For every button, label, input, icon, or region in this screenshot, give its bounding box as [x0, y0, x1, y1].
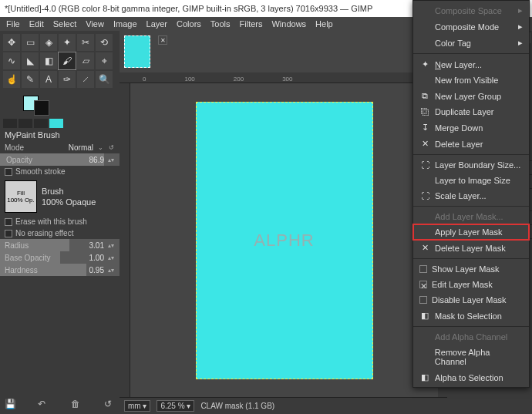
unit-select[interactable]: mm ▾ — [124, 400, 150, 412]
image-tab-close[interactable]: ✕ — [158, 35, 167, 45]
opacity-slider[interactable]: Opacity 86.9 ▴▾ — [0, 153, 120, 166]
smooth-stroke-check[interactable]: Smooth stroke — [0, 166, 120, 177]
menu-item-icon: ↧ — [419, 123, 430, 133]
tab-current[interactable] — [49, 119, 63, 128]
tool-color-pick[interactable]: ✑ — [59, 71, 76, 88]
menu-item-new-from-visible[interactable]: New from Visible — [413, 72, 529, 88]
canvas-viewport[interactable]: ALPHR — [130, 83, 438, 397]
menu-item-color-tag[interactable]: Color Tag▸ — [413, 35, 529, 51]
tool-smudge[interactable]: ☝ — [3, 71, 20, 88]
no-erase-check[interactable]: No erasing effect — [0, 227, 120, 239]
mode-row[interactable]: Mode Normal ⌄ ↺ — [0, 142, 120, 153]
erase-brush-check[interactable]: Erase with this brush — [0, 216, 120, 227]
menu-item-icon: ✕ — [419, 243, 430, 253]
menu-item-layer-to-image-size[interactable]: Layer to Image Size — [413, 173, 529, 188]
menu-item-scale-layer[interactable]: ⛶Scale Layer... — [413, 188, 529, 204]
menu-item-new-layer[interactable]: ✦New Layer... — [413, 56, 529, 72]
menu-file[interactable]: File — [6, 19, 20, 29]
zoom-select[interactable]: 6.25 % ▾ — [157, 400, 194, 412]
tool-transform[interactable]: ⟲ — [96, 34, 113, 51]
color-swatches[interactable] — [0, 91, 120, 117]
reset-tool-icon[interactable]: ↺ — [104, 399, 115, 409]
tool-rect-select[interactable]: ▭ — [22, 34, 39, 51]
tool-measure[interactable]: ⟋ — [77, 71, 94, 88]
menu-help[interactable]: Help — [315, 19, 333, 29]
delete-tool-preset-icon[interactable]: 🗑 — [71, 399, 82, 409]
tab-device[interactable] — [19, 119, 32, 128]
menu-item-merge-down[interactable]: ↧Merge Down — [413, 119, 529, 136]
menu-item-label: Alpha to Selection — [435, 373, 503, 382]
menu-select[interactable]: Select — [53, 19, 77, 29]
menu-tools[interactable]: Tools — [210, 19, 231, 29]
tool-text[interactable]: A — [40, 71, 57, 88]
menu-item-icon — [419, 281, 427, 288]
mode-dropdown-icon[interactable]: ⌄ — [96, 144, 104, 151]
tool-fuzzy-select[interactable]: ✦ — [59, 34, 76, 51]
tool-mypaint-brush[interactable]: 🖌 — [59, 52, 76, 69]
base-opacity-slider[interactable]: Base Opacity 1.00 ▴▾ — [0, 251, 120, 264]
tool-clone[interactable]: ⌖ — [96, 52, 113, 69]
hardness-slider[interactable]: Hardness 0.95 ▴▾ — [0, 264, 120, 276]
canvas-page[interactable]: ALPHR — [196, 102, 373, 379]
menu-colors[interactable]: Colors — [177, 19, 201, 29]
image-tab-thumb[interactable] — [124, 35, 150, 68]
menu-item-icon: ⧉ — [419, 91, 430, 101]
left-dock-tabs[interactable] — [0, 117, 120, 128]
radius-slider[interactable]: Radius 3.01 ▴▾ — [0, 239, 120, 251]
menu-item-label: Disable Layer Mask — [432, 295, 507, 305]
menu-filters[interactable]: Filters — [240, 19, 263, 29]
menu-item-delete-layer-mask[interactable]: ✕Delete Layer Mask — [413, 240, 529, 256]
menu-image[interactable]: Image — [113, 19, 137, 29]
tool-eraser[interactable]: ▱ — [77, 52, 94, 69]
menu-item-icon: ◧ — [419, 311, 430, 321]
restore-tool-preset-icon[interactable]: ↶ — [38, 399, 49, 409]
menu-item-edit-layer-mask[interactable]: Edit Layer Mask — [413, 277, 529, 292]
menu-edit[interactable]: Edit — [29, 19, 44, 29]
opacity-spin[interactable]: ▴▾ — [107, 157, 115, 163]
menu-layer[interactable]: Layer — [146, 19, 168, 29]
tool-free-select[interactable]: ◈ — [40, 34, 57, 51]
tab-images[interactable] — [34, 119, 48, 128]
tab-tool-options[interactable] — [3, 119, 17, 128]
menu-item-duplicate-layer[interactable]: ⿻Duplicate Layer — [413, 104, 529, 119]
menu-view[interactable]: View — [86, 19, 104, 29]
menu-item-show-layer-mask[interactable]: Show Layer Mask — [413, 261, 529, 277]
tool-bucket[interactable]: ◣ — [22, 52, 39, 69]
menu-item-apply-layer-mask[interactable]: Apply Layer Mask — [413, 224, 529, 240]
bg-color-swatch[interactable] — [34, 100, 49, 116]
menu-item-label: Merge Down — [435, 123, 483, 133]
save-tool-preset-icon[interactable]: 💾 — [5, 399, 15, 409]
menu-item-composite-mode[interactable]: Composite Mode▸ — [413, 19, 529, 35]
menu-item-alpha-to-selection[interactable]: ◧Alpha to Selection — [413, 369, 529, 385]
tool-move[interactable]: ✥ — [3, 34, 20, 51]
tool-zoom[interactable]: 🔍 — [96, 71, 113, 88]
statusbar: mm ▾ 6.25 % ▾ CLAW mask (1.1 GB) — [120, 397, 447, 414]
tool-warp[interactable]: ∿ — [3, 52, 20, 69]
tool-path[interactable]: ✎ — [22, 71, 39, 88]
menu-item-mask-to-selection[interactable]: ◧Mask to Selection — [413, 308, 529, 324]
menu-item-label: New Layer... — [435, 60, 482, 69]
layer-context-menu[interactable]: Composite Space▸Composite Mode▸Color Tag… — [412, 0, 530, 388]
mode-reset-icon[interactable]: ↺ — [107, 144, 115, 151]
menu-item-label: Edit Layer Mask — [432, 280, 493, 289]
menu-windows[interactable]: Windows — [271, 19, 306, 29]
brush-preview[interactable]: Fill 100% Op. — [5, 180, 37, 213]
tool-crop[interactable]: ✂ — [77, 34, 94, 51]
tool-options-title: MyPaint Brush — [0, 128, 120, 142]
menu-item-disable-layer-mask[interactable]: Disable Layer Mask — [413, 292, 529, 308]
menu-item-label: Delete Layer Mask — [435, 244, 506, 253]
menu-item-icon: ◧ — [419, 372, 430, 382]
menu-item-delete-layer[interactable]: ✕Delete Layer — [413, 136, 529, 152]
menu-item-new-layer-group[interactable]: ⧉New Layer Group — [413, 88, 529, 104]
menu-item-layer-boundary-size[interactable]: ⛶Layer Boundary Size... — [413, 157, 529, 173]
menu-item-label: New from Visible — [435, 76, 498, 85]
menu-item-label: Add Layer Mask... — [435, 212, 503, 221]
submenu-arrow-icon: ▸ — [518, 38, 523, 48]
opacity-label: Opacity — [5, 156, 73, 164]
mode-label: Mode — [5, 143, 66, 152]
menu-item-remove-alpha-channel[interactable]: Remove Alpha Channel — [413, 345, 529, 369]
submenu-arrow-icon: ▸ — [518, 5, 523, 15]
menu-item-label: New Layer Group — [435, 92, 501, 101]
tool-gradient[interactable]: ◧ — [40, 52, 57, 69]
window-title: *[Untitled]-4.0 (RGB color 8-bit gamma i… — [5, 4, 466, 13]
